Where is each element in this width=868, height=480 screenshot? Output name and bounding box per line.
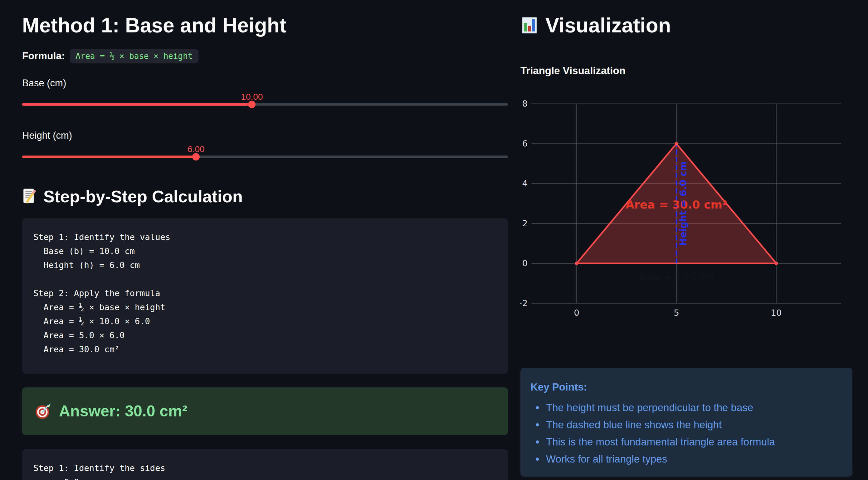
svg-text:6: 6 [522,139,528,148]
svg-text:2: 2 [522,218,528,228]
formula-row: Formula: Area = ½ × base × height [22,49,508,63]
right-column: Visualization Triangle Visualization 051… [520,12,852,480]
key-point-item: Works for all triangle types [530,452,838,466]
visualization-title-text: Visualization [546,12,671,38]
base-slider-fill [22,103,252,106]
slider-label-height: Height (cm) [22,129,508,142]
target-icon [35,402,52,420]
base-slider-track[interactable] [22,103,508,106]
svg-text:4: 4 [522,179,528,188]
formula-code-chip: Area = ½ × base × height [70,49,198,63]
page-title: Method 1: Base and Height [22,12,508,38]
chart-title: Triangle Visualization [520,64,852,77]
svg-text:−2: −2 [520,298,528,308]
slider-label-base: Base (cm) [22,77,508,90]
triangle-chart: 0510−202468Area = 30.0 cm²Height = 6.0 c… [520,92,852,324]
svg-text:0: 0 [522,259,528,268]
base-slider: 10.00 [22,92,508,112]
key-point-item: The dashed blue line shows the height [530,418,838,432]
key-point-item: This is the most fundamental triangle ar… [530,435,838,449]
svg-text:Base = 10.0 cm: Base = 10.0 cm [639,272,714,282]
height-slider-fill [22,156,196,158]
next-code-block: Step 1: Identify the sides a = 6.0 cm [22,449,508,480]
height-slider-track[interactable] [22,156,508,158]
height-slider: 6.00 [22,144,508,164]
bar-chart-icon [520,16,538,34]
svg-text:Area = 30.0 cm²: Area = 30.0 cm² [626,198,727,211]
formula-label: Formula: [22,50,65,62]
base-slider-thumb[interactable] [248,101,255,108]
left-column: Method 1: Base and Height Formula: Area … [22,12,508,480]
calc-heading-text: Step-by-Step Calculation [43,186,243,207]
key-points-title: Key Points: [530,380,838,394]
key-point-item: The height must be perpendicular to the … [530,401,838,415]
height-slider-thumb[interactable] [192,153,200,161]
svg-text:10: 10 [771,308,782,318]
svg-text:5: 5 [674,308,679,318]
answer-text: Answer: 30.0 cm² [59,401,187,421]
calc-heading: Step-by-Step Calculation [22,186,508,207]
app-page: Method 1: Base and Height Formula: Area … [0,0,868,480]
key-points-list: The height must be perpendicular to the … [530,401,838,466]
key-points-box: Key Points: The height must be perpendic… [520,368,852,477]
svg-text:8: 8 [522,99,528,108]
visualization-title: Visualization [520,12,852,38]
svg-text:0: 0 [574,308,579,318]
memo-icon [22,187,37,205]
svg-text:Height = 6.0 cm: Height = 6.0 cm [678,161,689,246]
calc-code-block: Step 1: Identify the values Base (b) = 1… [22,218,508,374]
answer-box: Answer: 30.0 cm² [22,387,508,435]
